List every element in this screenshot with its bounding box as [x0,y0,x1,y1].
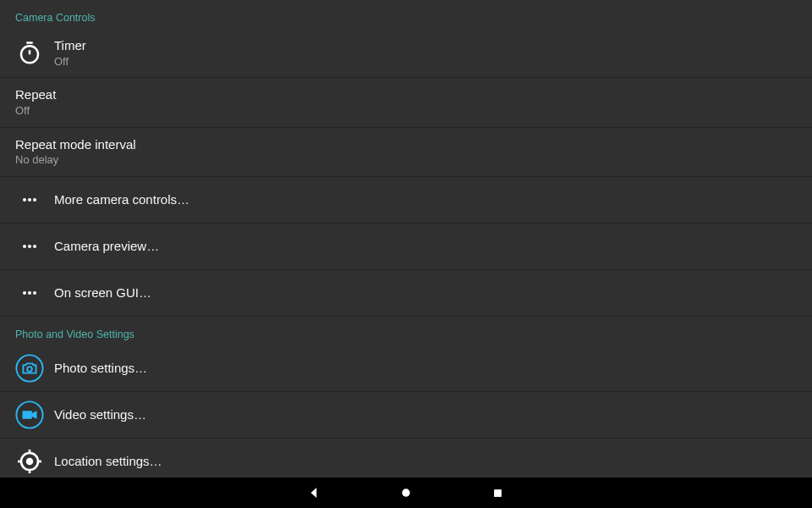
row-more-camera-controls[interactable]: More camera controls… [0,177,812,224]
section-header-camera-controls: Camera Controls [0,0,812,29]
svg-point-16 [26,458,34,466]
more-icon [15,232,44,261]
settings-list: Camera Controls Timer Off Repeat Off Rep… [0,0,812,478]
more-icon [15,279,44,307]
row-camera-preview[interactable]: Camera preview… [0,224,812,270]
svg-rect-15 [23,411,32,418]
nav-home-button[interactable] [398,484,414,501]
row-location-settings[interactable]: Location settings… [0,439,812,478]
repeat-interval-value: No delay [15,153,136,168]
repeat-value: Off [15,104,56,119]
svg-point-26 [402,489,409,496]
row-repeat[interactable]: Repeat Off [0,78,812,127]
row-timer[interactable]: Timer Off [0,29,812,78]
svg-point-13 [27,367,32,372]
svg-point-8 [33,245,36,248]
timer-label: Timer [54,37,86,54]
svg-point-4 [28,198,31,202]
svg-point-6 [23,245,26,248]
row-on-screen-gui[interactable]: On screen GUI… [0,270,812,317]
repeat-interval-label: Repeat mode interval [15,136,136,153]
row-video-settings[interactable]: Video settings… [0,392,812,439]
svg-point-3 [23,198,26,202]
svg-point-9 [23,291,26,295]
photo-settings-label: Photo settings… [54,360,147,377]
row-repeat-interval[interactable]: Repeat mode interval No delay [0,128,812,177]
svg-point-5 [33,198,36,202]
section-header-photo-video: Photo and Video Settings [0,317,812,345]
timer-value: Off [54,55,86,69]
svg-point-11 [33,291,36,295]
on-screen-gui-label: On screen GUI… [54,284,151,301]
camera-icon [15,354,44,383]
location-settings-label: Location settings… [54,453,162,470]
svg-point-7 [28,245,31,248]
repeat-label: Repeat [15,86,56,103]
android-navbar [0,478,812,508]
more-camera-controls-label: More camera controls… [54,191,189,208]
location-icon [15,447,44,476]
camera-preview-label: Camera preview… [54,238,159,255]
svg-point-12 [16,356,42,382]
nav-recent-button[interactable] [489,484,506,501]
nav-back-button[interactable] [306,484,323,501]
timer-icon [15,39,44,68]
video-settings-label: Video settings… [54,406,146,423]
row-photo-settings[interactable]: Photo settings… [0,345,812,392]
svg-rect-27 [494,489,502,497]
video-icon [15,400,44,429]
more-icon [15,185,44,214]
svg-point-10 [28,291,31,295]
